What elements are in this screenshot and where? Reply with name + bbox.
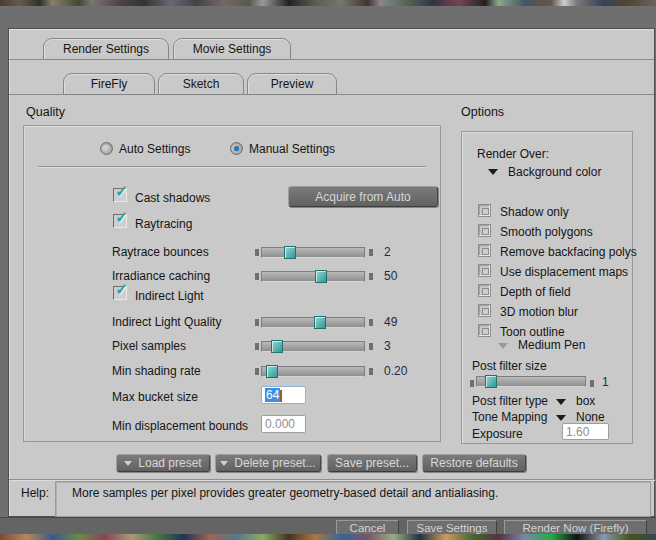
tab-firefly-label: FireFly: [91, 77, 128, 91]
slider-thumb[interactable]: [271, 340, 283, 353]
restore-defaults-label: Restore defaults: [430, 456, 517, 470]
remove-backfacing-polys-checkbox[interactable]: [478, 244, 491, 257]
min-shading-rate-row: Min shading rate 0.20: [24, 362, 440, 380]
tab-movie-settings[interactable]: Movie Settings: [173, 38, 291, 60]
options-group-box: Render Over: Background color Shadow onl…: [461, 131, 633, 444]
load-preset-label: Load preset: [138, 456, 201, 470]
exposure-input[interactable]: 1.60: [562, 423, 609, 440]
min-displacement-bounds-value: 0.000: [265, 417, 295, 431]
tab-render-settings-label: Render Settings: [63, 42, 149, 56]
tone-mapping-dropdown-icon[interactable]: [556, 415, 566, 421]
manual-settings-label: Manual Settings: [249, 142, 335, 156]
slider-right-cap: [369, 343, 373, 350]
scene-backdrop-bottom: [0, 534, 656, 540]
delete-preset-label: Delete preset...: [234, 456, 315, 470]
save-settings-button[interactable]: Save Settings: [407, 520, 497, 535]
cancel-label: Cancel: [350, 522, 386, 534]
render-now-button[interactable]: Render Now (Firefly): [504, 520, 647, 535]
irradiance-caching-slider[interactable]: [261, 271, 365, 282]
indirect-light-quality-slider[interactable]: [261, 317, 365, 328]
cancel-button[interactable]: Cancel: [336, 520, 399, 535]
pixel-samples-row: Pixel samples 3: [24, 337, 440, 355]
toon-outline-checkbox[interactable]: [478, 324, 491, 337]
toon-pen-dropdown-icon[interactable]: [498, 343, 508, 349]
max-bucket-size-value: 64: [265, 388, 280, 402]
tone-mapping-value[interactable]: None: [576, 410, 605, 424]
slider-thumb[interactable]: [315, 270, 327, 283]
slider-thumb[interactable]: [314, 316, 326, 329]
min-displacement-bounds-input[interactable]: 0.000: [261, 415, 306, 433]
smooth-polygons-checkbox[interactable]: [478, 224, 491, 237]
irradiance-caching-row: Irradiance caching 50: [24, 267, 440, 285]
min-shading-rate-slider[interactable]: [261, 366, 365, 377]
motion-blur-checkbox[interactable]: [478, 304, 491, 317]
min-shading-rate-label: Min shading rate: [112, 364, 201, 378]
render-over-dropdown-icon[interactable]: [488, 169, 498, 175]
check-icon: ✓: [115, 182, 128, 201]
motion-blur-label: 3D motion blur: [500, 305, 578, 319]
save-settings-label: Save Settings: [417, 522, 488, 534]
min-shading-rate-value: 0.20: [384, 364, 407, 378]
exposure-label: Exposure: [472, 427, 523, 441]
exposure-value: 1.60: [566, 425, 589, 439]
raytrace-bounces-slider[interactable]: [261, 247, 365, 258]
slider-thumb[interactable]: [284, 246, 296, 259]
chevron-down-icon: [124, 461, 132, 466]
auto-settings-label: Auto Settings: [119, 142, 190, 156]
slider-left-cap: [470, 380, 474, 387]
slider-left-cap: [255, 368, 259, 375]
indirect-light-checkbox[interactable]: ✓: [113, 286, 127, 300]
depth-of-field-checkbox[interactable]: [478, 284, 491, 297]
help-text: More samples per pixel provides greater …: [72, 486, 498, 500]
post-filter-type-value[interactable]: box: [576, 394, 595, 408]
quality-divider: [38, 166, 426, 167]
render-over-label: Render Over:: [477, 147, 549, 161]
render-settings-dialog: Render Settings Movie Settings FireFly S…: [8, 28, 655, 517]
max-bucket-size-input[interactable]: 64: [261, 386, 306, 404]
raytracing-checkbox[interactable]: ✓: [113, 214, 127, 228]
load-preset-button[interactable]: Load preset: [116, 454, 210, 472]
pixel-samples-slider[interactable]: [261, 341, 365, 352]
post-filter-size-slider[interactable]: [476, 376, 586, 387]
render-now-label: Render Now (Firefly): [522, 522, 628, 534]
toon-outline-label: Toon outline: [500, 325, 565, 339]
depth-of-field-label: Depth of field: [500, 285, 571, 299]
toon-pen-value[interactable]: Medium Pen: [518, 338, 585, 352]
post-filter-type-dropdown-icon[interactable]: [556, 399, 566, 405]
acquire-from-auto-button[interactable]: Acquire from Auto: [288, 186, 438, 207]
pixel-samples-label: Pixel samples: [112, 339, 186, 353]
raytracing-label: Raytracing: [135, 217, 192, 231]
chevron-down-icon: [220, 461, 228, 466]
slider-left-cap: [255, 273, 259, 280]
use-displacement-maps-label: Use displacement maps: [500, 265, 628, 279]
tab-firefly[interactable]: FireFly: [63, 73, 155, 95]
cast-shadows-label: Cast shadows: [135, 191, 210, 205]
save-preset-label: Save preset...: [335, 456, 409, 470]
slider-left-cap: [255, 343, 259, 350]
slider-right-cap: [369, 249, 373, 256]
tab-preview[interactable]: Preview: [247, 73, 337, 95]
post-filter-size-label: Post filter size: [472, 359, 547, 373]
indirect-light-quality-row: Indirect Light Quality 49: [24, 313, 440, 331]
slider-thumb[interactable]: [266, 365, 278, 378]
cast-shadows-checkbox[interactable]: ✓: [113, 188, 127, 202]
manual-settings-radio[interactable]: [230, 142, 243, 155]
slider-right-cap: [590, 380, 594, 387]
footer-bar: Cancel Save Settings Render Now (Firefly…: [0, 517, 656, 534]
restore-defaults-button[interactable]: Restore defaults: [422, 454, 526, 472]
text-cursor: [280, 390, 282, 402]
slider-left-cap: [255, 319, 259, 326]
scene-backdrop-top: [0, 0, 656, 6]
delete-preset-button[interactable]: Delete preset...: [215, 454, 321, 472]
use-displacement-maps-checkbox[interactable]: [478, 264, 491, 277]
slider-right-cap: [369, 273, 373, 280]
shadow-only-checkbox[interactable]: [478, 204, 491, 217]
tab-render-settings[interactable]: Render Settings: [43, 38, 169, 60]
auto-settings-radio[interactable]: [100, 142, 113, 155]
render-over-value[interactable]: Background color: [508, 165, 601, 179]
save-preset-button[interactable]: Save preset...: [327, 454, 417, 472]
slider-right-cap: [369, 319, 373, 326]
tab-sketch[interactable]: Sketch: [158, 73, 244, 95]
slider-left-cap: [255, 249, 259, 256]
slider-thumb[interactable]: [485, 375, 497, 388]
